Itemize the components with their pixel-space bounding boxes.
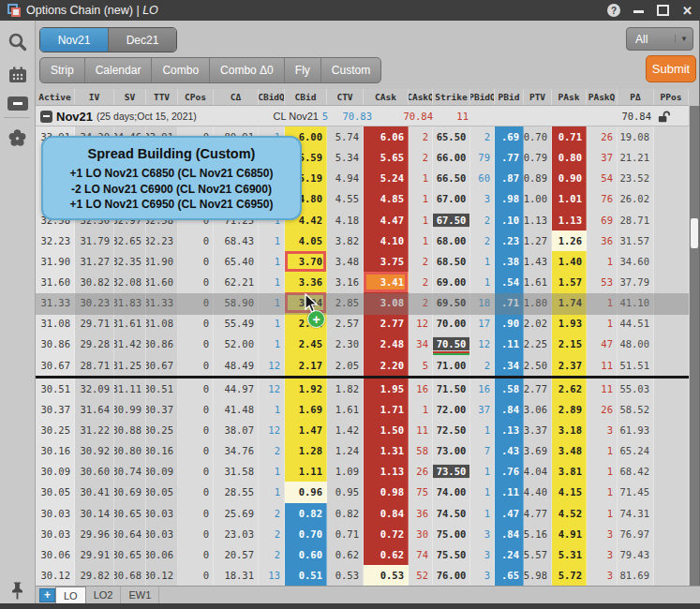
cell-paskq[interactable]: 36 bbox=[587, 230, 618, 251]
cell-pask[interactable]: 1.57 bbox=[552, 272, 587, 292]
col-header-pbidq[interactable]: PBidQ bbox=[470, 89, 495, 105]
cell-sv[interactable]: 30.88 bbox=[114, 420, 146, 440]
cell-pbidq[interactable]: 1 bbox=[470, 503, 495, 524]
cell-paskq[interactable]: 11 bbox=[587, 355, 618, 376]
cell-iv[interactable]: 30.82 bbox=[75, 272, 114, 292]
cell-ptv[interactable]: 2.25 bbox=[524, 334, 552, 354]
cell-sv[interactable]: 31.42 bbox=[114, 334, 146, 354]
cell-pask[interactable]: 1.01 bbox=[552, 188, 587, 209]
cell-cbid[interactable]: 2.17 bbox=[285, 355, 327, 376]
cell-cdelta[interactable]: 68.43 bbox=[214, 230, 259, 251]
cell-iv[interactable]: 31.22 bbox=[75, 420, 114, 440]
cell-caskq[interactable]: 1 bbox=[409, 210, 433, 230]
cell-pbid[interactable]: .87 bbox=[495, 168, 524, 188]
cell-caskq[interactable]: 58 bbox=[409, 440, 433, 461]
cell-cbidq[interactable]: 1 bbox=[259, 399, 285, 420]
close-icon[interactable]: ✕ bbox=[682, 5, 693, 17]
cell-pdelta[interactable]: 48.00 bbox=[618, 334, 654, 354]
cell-ppos[interactable] bbox=[654, 210, 689, 230]
cell-ppos[interactable] bbox=[654, 251, 689, 272]
cell-cbid[interactable]: 1.11 bbox=[285, 461, 327, 482]
cell-caskq[interactable]: 74 bbox=[409, 544, 433, 565]
cell-cpos[interactable]: 0 bbox=[178, 313, 214, 334]
cell-pdelta[interactable]: 61.93 bbox=[618, 420, 654, 440]
cell-ptv[interactable]: 2.77 bbox=[524, 379, 552, 399]
cell-pbidq[interactable]: 60 bbox=[470, 168, 495, 188]
cell-paskq[interactable]: 3 bbox=[587, 544, 618, 565]
cell-strike[interactable]: 66.00 bbox=[433, 147, 470, 168]
cell-iv[interactable]: 30.41 bbox=[75, 482, 114, 502]
cell-ppos[interactable] bbox=[654, 440, 689, 461]
cell-pask[interactable]: 2.62 bbox=[552, 379, 587, 399]
cell-cpos[interactable]: 0 bbox=[178, 544, 214, 565]
strategy-button-fly[interactable]: Fly bbox=[284, 58, 320, 82]
cell-cask[interactable]: 0.62 bbox=[364, 544, 409, 565]
cell-ptv[interactable]: 4.04 bbox=[524, 461, 552, 482]
cell-cask[interactable]: 0.84 bbox=[364, 503, 409, 524]
sheet-tab-lo[interactable]: LO bbox=[55, 587, 86, 603]
col-header-ttv[interactable]: TTV bbox=[146, 89, 178, 105]
cell-sv[interactable]: 30.65 bbox=[114, 544, 146, 565]
cell-ptv[interactable]: 3.37 bbox=[524, 420, 552, 440]
cell-pask[interactable]: 2.37 bbox=[552, 355, 587, 376]
cell-sv[interactable]: 30.64 bbox=[114, 524, 146, 544]
cell-ptv[interactable]: 1.00 bbox=[524, 188, 552, 209]
cell-paskq[interactable]: 47 bbox=[587, 334, 618, 354]
cell-caskq[interactable]: 1 bbox=[409, 230, 433, 251]
cell-ppos[interactable] bbox=[654, 482, 689, 502]
cell-ttv[interactable]: 31.08 bbox=[146, 313, 178, 334]
cell-paskq[interactable]: 76 bbox=[587, 188, 618, 209]
cell-active[interactable]: 30.12 bbox=[36, 565, 75, 586]
cell-ptv[interactable]: 4.77 bbox=[524, 503, 552, 524]
strategy-button-combo[interactable]: Combo bbox=[151, 58, 209, 82]
cell-ttv[interactable]: 30.09 bbox=[146, 461, 178, 482]
cell-cask[interactable]: 2.48 bbox=[364, 334, 409, 354]
cell-iv[interactable]: 30.92 bbox=[75, 440, 114, 461]
cell-ppos[interactable] bbox=[654, 126, 689, 147]
cell-ptv[interactable]: 1.80 bbox=[524, 292, 552, 313]
cell-strike[interactable]: 73.00 bbox=[433, 440, 470, 461]
cell-iv[interactable]: 31.27 bbox=[75, 251, 114, 272]
cell-pdelta[interactable]: 34.60 bbox=[618, 251, 654, 272]
cell-ctv[interactable]: 1.24 bbox=[327, 440, 364, 461]
cell-pbid[interactable]: .76 bbox=[495, 461, 524, 482]
cell-ptv[interactable]: 0.89 bbox=[524, 168, 552, 188]
cell-ctv[interactable]: 1.09 bbox=[327, 461, 364, 482]
cell-pbid[interactable]: .65 bbox=[495, 565, 524, 586]
cell-ppos[interactable] bbox=[654, 272, 689, 292]
cell-ptv[interactable]: 2.02 bbox=[524, 313, 552, 334]
cell-cdelta[interactable]: 41.48 bbox=[214, 399, 259, 420]
cell-strike[interactable]: 67.00 bbox=[433, 188, 470, 209]
cell-pask[interactable]: 1.40 bbox=[552, 251, 587, 272]
cell-ttv[interactable]: 31.60 bbox=[146, 272, 178, 292]
cell-cbid[interactable]: 0.96 bbox=[285, 482, 327, 502]
cell-cpos[interactable]: 0 bbox=[178, 334, 214, 354]
cell-caskq[interactable]: 2 bbox=[409, 292, 433, 313]
cell-pdelta[interactable]: 19.08 bbox=[618, 126, 654, 147]
cell-cdelta[interactable]: 23.03 bbox=[214, 524, 259, 544]
cell-ttv[interactable]: 30.51 bbox=[146, 379, 178, 399]
cell-caskq[interactable]: 12 bbox=[409, 313, 433, 334]
cell-cbid[interactable]: 1.47 bbox=[285, 420, 327, 440]
cell-ppos[interactable] bbox=[654, 565, 689, 586]
cell-ttv[interactable]: 32.23 bbox=[146, 230, 178, 251]
cell-pdelta[interactable]: 58.52 bbox=[618, 399, 654, 420]
cell-pbid[interactable]: .77 bbox=[495, 147, 524, 168]
cell-pdelta[interactable]: 55.03 bbox=[618, 379, 654, 399]
sheet-tab-ew1[interactable]: EW1 bbox=[121, 587, 159, 603]
col-header-paskq[interactable]: PAskQ bbox=[587, 89, 618, 105]
cell-ctv[interactable]: 4.94 bbox=[327, 168, 364, 188]
cell-ptv[interactable]: 0.70 bbox=[524, 126, 552, 147]
cell-cdelta[interactable]: 18.31 bbox=[214, 565, 259, 586]
cell-ppos[interactable] bbox=[654, 399, 689, 420]
cell-ctv[interactable]: 5.34 bbox=[327, 147, 364, 168]
cell-strike[interactable]: 69.50 bbox=[433, 292, 470, 313]
cell-ttv[interactable]: 30.37 bbox=[146, 399, 178, 420]
cell-caskq[interactable]: 2 bbox=[409, 126, 433, 147]
cell-ctv[interactable]: 1.61 bbox=[327, 399, 364, 420]
help-icon[interactable]: ? bbox=[607, 4, 620, 17]
cell-cask[interactable]: 0.98 bbox=[364, 482, 409, 502]
cell-ttv[interactable]: 30.67 bbox=[146, 355, 178, 376]
cell-pbidq[interactable]: 3 bbox=[470, 188, 495, 209]
cell-cdelta[interactable]: 65.40 bbox=[214, 251, 259, 272]
